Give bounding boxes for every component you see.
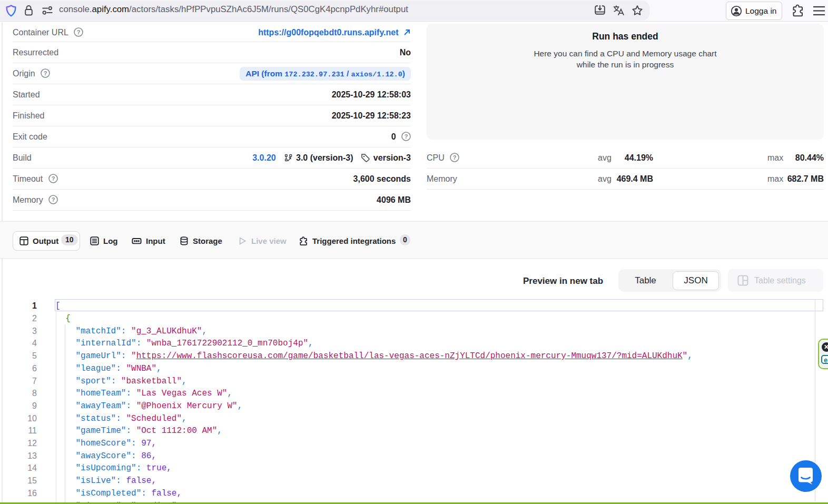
svg-text:?: ? <box>453 154 457 161</box>
svg-text:?: ? <box>405 133 408 140</box>
svg-text:?: ? <box>44 70 47 76</box>
svg-text:?: ? <box>52 196 55 203</box>
svg-text:?: ? <box>76 29 80 35</box>
svg-text:?: ? <box>51 175 55 182</box>
